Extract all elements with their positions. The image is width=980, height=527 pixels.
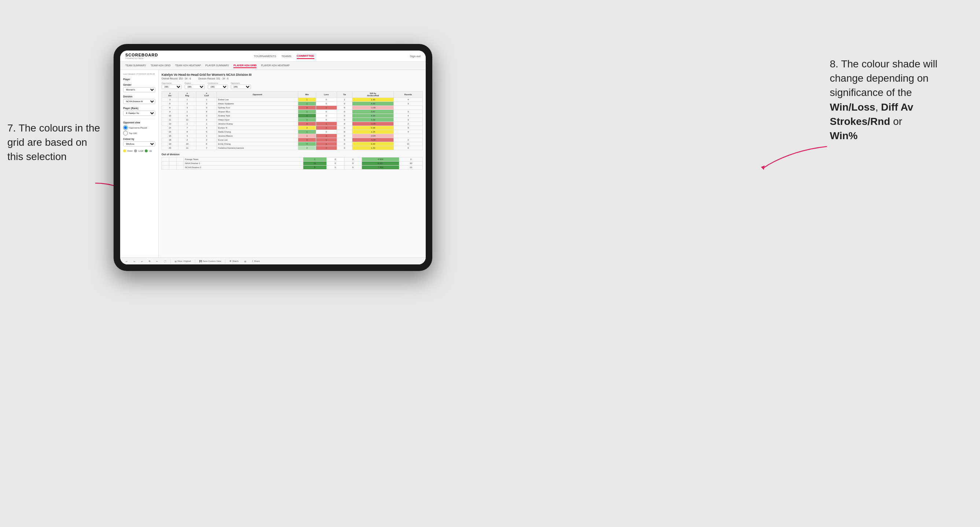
sub-nav-player-h2h-heatmap[interactable]: PLAYER H2H HEATMAP [261, 63, 290, 68]
cell-loss: 1 [316, 146, 337, 150]
nav-teams[interactable]: TEAMS [282, 54, 292, 59]
cell-rounds: 6 [394, 146, 423, 150]
radio-top100-input[interactable] [123, 131, 128, 135]
cell-rounds [394, 134, 423, 138]
ood-table-row: Foreign Team 1 0 0 4.500 2 [162, 157, 423, 162]
cell-diff: 0.38 [352, 126, 394, 130]
view-original-btn[interactable]: ⊞ View: Original [173, 259, 193, 264]
ood-cell-name: NCAA Division 2 [184, 165, 303, 170]
cell-win: 0 [298, 122, 316, 126]
cell-reg: 2 [178, 138, 196, 142]
sub-nav-team-h2h-heatmap[interactable]: TEAM H2H HEATMAP [175, 63, 201, 68]
toolbar-sep-3 [225, 259, 225, 264]
clock-btn[interactable]: 🕐 [162, 259, 168, 264]
sub-nav-player-h2h-grid[interactable]: PLAYER H2H GRID [233, 63, 256, 68]
cell-loss: 0 [316, 110, 337, 114]
annotation-bold-win: Win/Loss [830, 102, 875, 113]
cell-diff: -5.00 [352, 138, 394, 142]
cell-rounds: 2 [394, 122, 423, 126]
cell-tie: 0 [337, 126, 352, 130]
grid-area: Katelyn Vo Head-to-Head Grid for Women's… [159, 70, 426, 257]
colour-by-select[interactable]: Win/loss [123, 141, 155, 146]
cell-diff: 1.50 [352, 98, 394, 102]
nav-tournaments[interactable]: TOURNAMENTS [253, 54, 276, 59]
sub-nav-player-summary[interactable]: PLAYER SUMMARY [205, 63, 229, 68]
sidebar-gender-select[interactable]: Women's [123, 87, 155, 92]
filter-region-label: Region [185, 82, 205, 84]
sidebar-player-rank-select[interactable]: 8. Katelyn Vo [123, 111, 155, 116]
filter-region-select[interactable]: (All) [185, 84, 205, 89]
cell-div: 18 [162, 138, 178, 142]
copy-btn[interactable]: ⧉ [147, 259, 152, 264]
cell-name: Alexis Sudjianto [217, 102, 298, 106]
cell-div: 15 [162, 130, 178, 134]
sub-nav-team-summary[interactable]: TEAM SUMMARY [125, 63, 146, 68]
watch-btn[interactable]: 👁 Watch [228, 259, 240, 263]
th-opponent: Opponent [217, 92, 298, 98]
overall-record-label: Overall Record: [162, 77, 178, 80]
cell-diff: 4.00 [352, 114, 394, 118]
cell-reg: 3 [178, 134, 196, 138]
grid-btn[interactable]: ⊞ [242, 259, 248, 264]
cell-name: Esther Lee [217, 98, 298, 102]
table-row: 11 11 2 Heejo Hyun 1 0 0 3.33 3 [162, 118, 423, 122]
sidebar-player-label: Player [123, 78, 155, 81]
cell-name: Sharon Mun [217, 110, 298, 114]
cell-tie: 0 [337, 106, 352, 110]
th-rounds: Rounds [394, 92, 423, 98]
cell-conf: 2 [196, 118, 217, 122]
filter-opponents-select[interactable]: (All) [162, 84, 182, 89]
cell-reg: 3 [178, 106, 196, 110]
share-btn[interactable]: ⤴ Share [250, 259, 262, 263]
filter-conference-select[interactable]: (All) [208, 84, 228, 89]
cell-loss: 0 [316, 98, 337, 102]
ood-cell-reg [169, 162, 177, 165]
radio-top100[interactable]: Top 100 [123, 131, 155, 135]
cell-conf: 4 [196, 110, 217, 114]
th-loss: Loss [316, 92, 337, 98]
cell-rounds [394, 106, 423, 110]
cell-tie: 0 [337, 114, 352, 118]
redo-btn[interactable]: ↪ [132, 259, 137, 264]
cell-conf: 3 [196, 106, 217, 110]
sidebar-division-select[interactable]: NCAA Division III [123, 99, 155, 104]
cell-rounds: 4 [394, 98, 423, 102]
filter-opponent-select[interactable]: (All) [231, 84, 251, 89]
cell-tie: 0 [337, 122, 352, 126]
table-row: 19 10 6 Emily Chang 4 1 0 0.30 11 [162, 142, 423, 146]
cell-reg: 1 [178, 122, 196, 126]
cell-conf: 3 [196, 114, 217, 118]
cell-win: 1 [298, 134, 316, 138]
cell-reg: 6 [178, 114, 196, 118]
cut-btn[interactable]: ✂ [154, 259, 160, 264]
logo-area: SCOREBOARD Powered by clippd [125, 53, 158, 59]
redo2-btn[interactable]: ↩ [139, 259, 145, 264]
save-custom-btn[interactable]: 💾 Save Custom View [197, 259, 223, 264]
cell-loss: 0 [316, 114, 337, 118]
cell-conf: 1 [196, 98, 217, 102]
undo-btn[interactable]: ↩ [124, 259, 129, 264]
legend-up-label: Up [149, 150, 152, 152]
nav-committee[interactable]: COMMITTEE [297, 54, 314, 59]
annotation-left-text: 7. The colours in the grid are based on … [7, 122, 100, 162]
sign-out-link[interactable]: Sign out [410, 55, 421, 58]
grid-title: Katelyn Vo Head-to-Head Grid for Women's… [162, 73, 423, 76]
division-record-value: 331 - 34 - 6 [216, 77, 228, 80]
cell-diff: 3.67 [352, 110, 394, 114]
cell-win: 1 [298, 130, 316, 134]
cell-div: 16 [162, 134, 178, 138]
ood-cell-tie: 0 [344, 157, 361, 162]
out-of-division-header: Out of division [162, 153, 423, 156]
cell-tie: 0 [337, 130, 352, 134]
radio-opponents-played[interactable]: Opponents Played [123, 125, 155, 130]
view-original-label: View: Original [177, 260, 191, 262]
cell-name: Heejo Hyun [217, 118, 298, 122]
cell-loss: 1 [316, 122, 337, 126]
ood-cell-diff: 7.400 [361, 165, 399, 170]
th-diff: Diff AvStrokes/Rnd [352, 92, 394, 98]
cell-rounds: 3 [394, 102, 423, 106]
sub-nav-team-h2h-grid[interactable]: TEAM H2H GRID [151, 63, 171, 68]
cell-tie: 0 [337, 138, 352, 142]
table-row: 9 1 4 Sharon Mun 1 0 0 3.67 3 [162, 110, 423, 114]
radio-opponents-played-input[interactable] [123, 125, 128, 130]
